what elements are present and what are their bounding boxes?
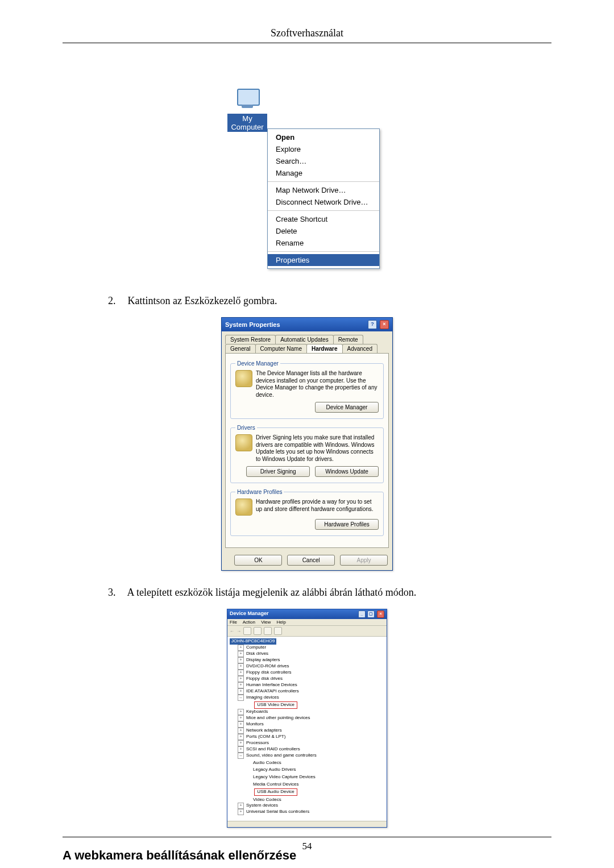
node-legacy-audio[interactable]: Legacy Audio Drivers (246, 766, 384, 773)
tab-general[interactable]: General (225, 344, 256, 353)
windows-update-button[interactable]: Windows Update (315, 466, 379, 477)
devmgr-title: Device Manager (230, 610, 269, 618)
node-dvd-cdrom[interactable]: DVD/CD-ROM drives (238, 663, 384, 670)
tab-automatic-updates[interactable]: Automatic Updates (275, 335, 334, 344)
hardware-profiles-icon (235, 499, 252, 516)
driver-signing-button[interactable]: Driver Signing (246, 466, 310, 477)
group-device-manager: Device Manager The Device Manager lists … (230, 360, 384, 419)
node-usb-audio-device[interactable]: USB Audio Device (246, 788, 384, 796)
node-network[interactable]: Network adapters (238, 728, 384, 734)
highlight-usb-audio: USB Audio Device (254, 788, 297, 796)
menu-view[interactable]: View (261, 620, 271, 625)
sysprops-titlebar: System Properties ? × (222, 318, 392, 331)
node-mice[interactable]: Mice and other pointing devices (238, 715, 384, 721)
apply-button[interactable]: Apply (340, 555, 388, 566)
figure-system-properties: System Properties ? × System Restore Aut… (221, 317, 393, 571)
running-head: Szoftverhasználat (63, 27, 551, 43)
menu-action[interactable]: Action (243, 620, 255, 625)
node-ports[interactable]: Ports (COM & LPT) (238, 734, 384, 740)
figure-device-manager: Device Manager _ ▢ × File Action View He… (227, 609, 387, 828)
node-display-adapters[interactable]: Display adapters (238, 657, 384, 663)
devmgr-titlebar: Device Manager _ ▢ × (227, 609, 387, 619)
node-system-devices[interactable]: System devices (238, 803, 384, 809)
node-floppy-drives[interactable]: Floppy disk drives (238, 676, 384, 682)
node-usb-controllers[interactable]: Universal Serial Bus controllers (238, 809, 384, 815)
menu-help[interactable]: Help (277, 620, 286, 625)
tab-remote[interactable]: Remote (333, 335, 363, 344)
tab-computer-name[interactable]: Computer Name (255, 344, 307, 353)
node-processors[interactable]: Processors (238, 740, 384, 746)
ctx-map-drive[interactable]: Map Network Drive… (268, 184, 379, 196)
legend-device-manager: Device Manager (235, 360, 280, 367)
device-manager-icon (235, 370, 252, 387)
tab-advanced[interactable]: Advanced (342, 344, 377, 353)
device-manager-desc: The Device Manager lists all the hardwar… (256, 370, 379, 398)
minimize-icon[interactable]: _ (358, 610, 366, 618)
step-3-text: A telepített eszközök listája megjelenik… (127, 587, 417, 598)
node-keyboards[interactable]: Keyboards (238, 709, 384, 715)
maximize-icon[interactable]: ▢ (367, 610, 375, 618)
toolbar-button-3[interactable] (264, 627, 272, 635)
ctx-open[interactable]: Open (268, 131, 379, 143)
node-scsi[interactable]: SCSI and RAID controllers (238, 746, 384, 753)
device-tree: JOHN-8PC8C4EHO9 Computer Disk drives Dis… (227, 637, 387, 821)
tree-root[interactable]: JOHN-8PC8C4EHO9 (230, 638, 276, 645)
close-icon[interactable]: × (377, 610, 384, 618)
ctx-create-shortcut[interactable]: Create Shortcut (268, 213, 379, 225)
help-icon[interactable]: ? (368, 320, 377, 329)
ok-button[interactable]: OK (234, 555, 282, 566)
ctx-disconnect-drive[interactable]: Disconnect Network Drive… (268, 196, 379, 208)
node-media-control[interactable]: Media Control Devices (246, 780, 384, 788)
node-disk-drives[interactable]: Disk drives (238, 651, 384, 657)
node-video-codecs[interactable]: Video Codecs (246, 796, 384, 803)
devmgr-statusbar (227, 821, 387, 827)
device-manager-button[interactable]: Device Manager (315, 402, 379, 413)
toolbar-button-1[interactable] (243, 627, 251, 635)
step-2-number: 2. (108, 295, 125, 307)
node-legacy-video[interactable]: Legacy Video Capture Devices (246, 773, 384, 780)
close-icon[interactable]: × (380, 320, 389, 329)
ctx-delete[interactable]: Delete (268, 225, 379, 237)
my-computer-icon[interactable]: My Computer (227, 89, 267, 132)
forward-icon[interactable]: → (237, 629, 241, 634)
node-audio-codecs[interactable]: Audio Codecs (246, 759, 384, 766)
step-3-number: 3. (108, 587, 125, 599)
ctx-manage[interactable]: Manage (268, 167, 379, 179)
ctx-rename[interactable]: Rename (268, 237, 379, 249)
monitor-icon (234, 89, 261, 111)
legend-drivers: Drivers (235, 425, 257, 431)
ctx-search[interactable]: Search… (268, 155, 379, 167)
node-sound[interactable]: Sound, video and game controllers Audio … (238, 753, 384, 803)
node-monitors[interactable]: Monitors (238, 721, 384, 728)
cancel-button[interactable]: Cancel (287, 555, 335, 566)
sysprops-tabs: System Restore Automatic Updates Remote … (222, 331, 392, 353)
menu-file[interactable]: File (230, 620, 237, 625)
hardware-profiles-button[interactable]: Hardware Profiles (315, 519, 379, 530)
highlight-usb-video: USB Video Device (254, 701, 297, 709)
legend-hardware-profiles: Hardware Profiles (235, 489, 284, 495)
toolbar-button-4[interactable] (274, 627, 282, 635)
context-menu: Open Explore Search… Manage Map Network … (267, 128, 380, 269)
group-hardware-profiles: Hardware Profiles Hardware profiles prov… (230, 489, 384, 536)
tab-system-restore[interactable]: System Restore (225, 335, 276, 344)
my-computer-label: My Computer (227, 114, 267, 132)
node-imaging[interactable]: Imaging devices USB Video Device (238, 695, 384, 709)
devmgr-toolbar: ← → (227, 626, 387, 637)
ctx-explore[interactable]: Explore (268, 143, 379, 155)
step-2: 2. Kattintson az Eszközkezelő gombra. (63, 295, 551, 307)
node-hid[interactable]: Human Interface Devices (238, 682, 384, 688)
node-floppy-controllers[interactable]: Floppy disk controllers (238, 670, 384, 676)
node-ide[interactable]: IDE ATA/ATAPI controllers (238, 688, 384, 695)
ctx-properties[interactable]: Properties (268, 254, 379, 266)
sysprops-title: System Properties (225, 321, 280, 328)
toolbar-button-2[interactable] (254, 627, 262, 635)
page-number: 54 (0, 837, 614, 852)
tab-hardware[interactable]: Hardware (306, 344, 343, 353)
node-usb-video-device[interactable]: USB Video Device (246, 701, 384, 709)
step-3: 3. A telepített eszközök listája megjele… (63, 587, 551, 599)
back-icon[interactable]: ← (230, 629, 234, 634)
step-2-text: Kattintson az Eszközkezelő gombra. (128, 295, 277, 306)
drivers-icon (235, 434, 252, 451)
figure-context-menu: My Computer Open Explore Search… Manage … (227, 89, 387, 272)
node-computer[interactable]: Computer (238, 645, 384, 651)
